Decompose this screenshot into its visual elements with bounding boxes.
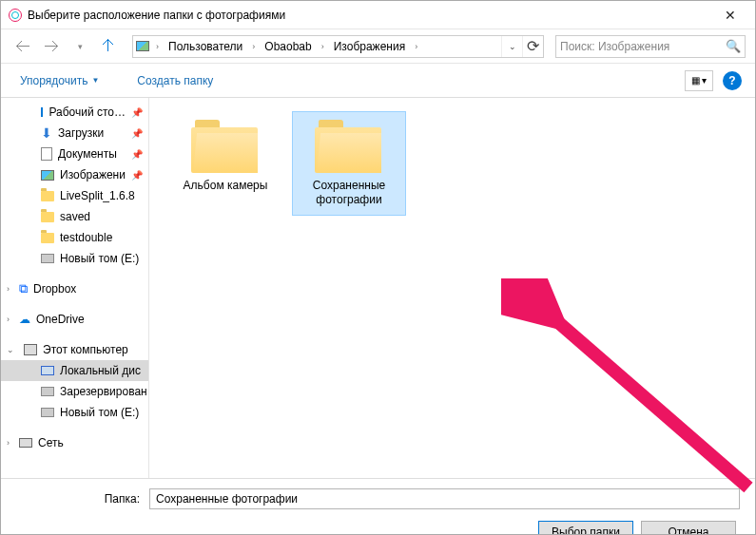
pin-icon: 📌: [131, 128, 143, 139]
toolbar: Упорядочить ▼ Создать папку ▦ ▾ ?: [1, 64, 755, 98]
breadcrumb-item[interactable]: Изображения: [328, 36, 411, 57]
dialog-footer: Папка: Выбор папки Отмена: [1, 478, 755, 535]
app-icon: [9, 9, 22, 22]
folder-icon: [41, 233, 54, 243]
document-icon: [41, 147, 52, 161]
sidebar-item-label: Рабочий сто…: [48, 105, 126, 119]
select-folder-button[interactable]: Выбор папки: [538, 521, 633, 535]
nav-back-button[interactable]: 🡠: [10, 35, 35, 58]
breadcrumb-sep-icon: ›: [248, 42, 259, 51]
drive-icon: [41, 254, 54, 263]
breadcrumb-sep-icon: ›: [152, 42, 163, 51]
sidebar: Рабочий сто…📌 ⬇Загрузки📌 Документы📌 Изоб…: [1, 98, 149, 478]
drive-icon: [41, 387, 54, 396]
sidebar-item-network[interactable]: ›Сеть: [1, 432, 148, 453]
new-folder-button[interactable]: Создать папку: [131, 70, 219, 91]
folder-icon: [191, 120, 260, 173]
annotation-arrow: [501, 278, 756, 506]
folder-field-label: Папка:: [16, 492, 140, 506]
sidebar-item-folder[interactable]: testdouble: [1, 227, 148, 248]
folder-item[interactable]: Альбом камеры: [168, 111, 282, 216]
cloud-icon: ☁: [19, 313, 30, 326]
sidebar-item-label: Загрузки: [58, 126, 104, 140]
chevron-right-icon: ›: [7, 438, 10, 448]
titlebar: Выберите расположение папки с фотография…: [1, 1, 755, 29]
sidebar-item-dropbox[interactable]: ›⧉Dropbox: [1, 278, 148, 299]
sidebar-item-label: Dropbox: [33, 282, 76, 296]
pin-icon: 📌: [131, 149, 143, 160]
sidebar-item-newvol[interactable]: Новый том (E:): [1, 402, 148, 423]
sidebar-item-localdisk[interactable]: Локальный дис: [1, 360, 148, 381]
search-icon[interactable]: 🔍: [726, 39, 741, 53]
drive-icon: [41, 366, 54, 375]
organize-button[interactable]: Упорядочить ▼: [14, 70, 105, 91]
sidebar-item-onedrive[interactable]: ›☁OneDrive: [1, 309, 148, 330]
sidebar-item-reserved[interactable]: Зарезервирован: [1, 381, 148, 402]
search-input[interactable]: [560, 40, 726, 53]
folder-label: Сохраненные фотографии: [297, 179, 401, 207]
caret-down-icon: ▼: [91, 76, 99, 85]
image-icon: [41, 170, 54, 181]
dropbox-icon: ⧉: [19, 281, 28, 296]
sidebar-item-folder[interactable]: LiveSplit_1.6.8: [1, 185, 148, 206]
navbar: 🡠 🡢 ▾ 🡡 › Пользователи › Obaobab › Изобр…: [1, 29, 755, 64]
sidebar-item-desktop[interactable]: Рабочий сто…📌: [1, 102, 148, 123]
view-options-button[interactable]: ▦ ▾: [685, 70, 713, 91]
sidebar-item-documents[interactable]: Документы📌: [1, 143, 148, 164]
folder-label: Альбом камеры: [173, 179, 278, 193]
sidebar-item-drive[interactable]: Новый том (E:): [1, 248, 148, 269]
breadcrumb-item[interactable]: Obaobab: [259, 36, 317, 57]
folder-icon: [41, 212, 54, 222]
chevron-right-icon: ›: [7, 315, 10, 324]
sidebar-item-label: Новый том (E:): [60, 252, 139, 265]
breadcrumb-item[interactable]: Пользователи: [163, 36, 248, 57]
sidebar-item-label: saved: [60, 210, 90, 223]
breadcrumb-sep-icon: ›: [318, 42, 328, 51]
nav-up-button[interactable]: 🡡: [96, 35, 121, 58]
dialog-body: Рабочий сто…📌 ⬇Загрузки📌 Документы📌 Изоб…: [1, 98, 755, 478]
nav-forward-button[interactable]: 🡢: [39, 35, 64, 58]
sidebar-item-label: OneDrive: [36, 313, 85, 326]
window-title: Выберите расположение папки с фотография…: [28, 9, 708, 22]
sidebar-item-label: testdouble: [60, 231, 112, 244]
sidebar-item-label: Локальный дис: [60, 364, 141, 377]
dialog-window: Выберите расположение папки с фотография…: [0, 0, 756, 535]
folder-icon: [41, 191, 54, 201]
search-box[interactable]: 🔍: [555, 35, 746, 58]
computer-icon: [24, 344, 37, 355]
cancel-button[interactable]: Отмена: [641, 521, 736, 535]
sidebar-item-label: Зарезервирован: [60, 385, 147, 398]
help-button[interactable]: ?: [723, 71, 742, 90]
download-icon: ⬇: [41, 125, 52, 141]
sidebar-item-label: Изображени: [60, 168, 126, 182]
sidebar-item-downloads[interactable]: ⬇Загрузки📌: [1, 123, 148, 143]
folder-item-selected[interactable]: Сохраненные фотографии: [292, 111, 406, 216]
breadcrumb-dropdown[interactable]: ⌄: [501, 36, 522, 57]
nav-recent-caret[interactable]: ▾: [68, 35, 92, 58]
breadcrumb[interactable]: › Пользователи › Obaobab › Изображения ›…: [132, 35, 544, 58]
desktop-icon: [41, 107, 43, 117]
sidebar-item-thispc[interactable]: ⌄Этот компьютер: [1, 339, 148, 360]
network-icon: [19, 438, 32, 448]
sidebar-item-label: Документы: [58, 147, 117, 161]
sidebar-item-label: Новый том (E:): [60, 406, 139, 419]
svg-line-0: [530, 297, 748, 487]
sidebar-item-pictures[interactable]: Изображени📌: [1, 164, 148, 185]
sidebar-item-folder[interactable]: saved: [1, 206, 148, 227]
drive-icon: [41, 408, 54, 417]
folder-icon: [315, 120, 383, 173]
chevron-right-icon: ›: [7, 284, 10, 294]
breadcrumb-sep-icon: ›: [411, 42, 421, 51]
refresh-button[interactable]: ⟳: [522, 36, 543, 57]
chevron-down-icon: ⌄: [7, 345, 14, 354]
organize-label: Упорядочить: [20, 74, 87, 87]
breadcrumb-icon: [133, 41, 152, 51]
sidebar-item-label: Сеть: [38, 436, 64, 449]
folder-name-input[interactable]: [149, 488, 740, 509]
pin-icon: 📌: [131, 170, 143, 181]
pin-icon: 📌: [131, 107, 143, 118]
close-button[interactable]: ✕: [708, 2, 751, 29]
sidebar-item-label: LiveSplit_1.6.8: [60, 189, 135, 202]
content-pane[interactable]: Альбом камеры Сохраненные фотографии: [149, 98, 755, 478]
sidebar-item-label: Этот компьютер: [43, 343, 128, 356]
